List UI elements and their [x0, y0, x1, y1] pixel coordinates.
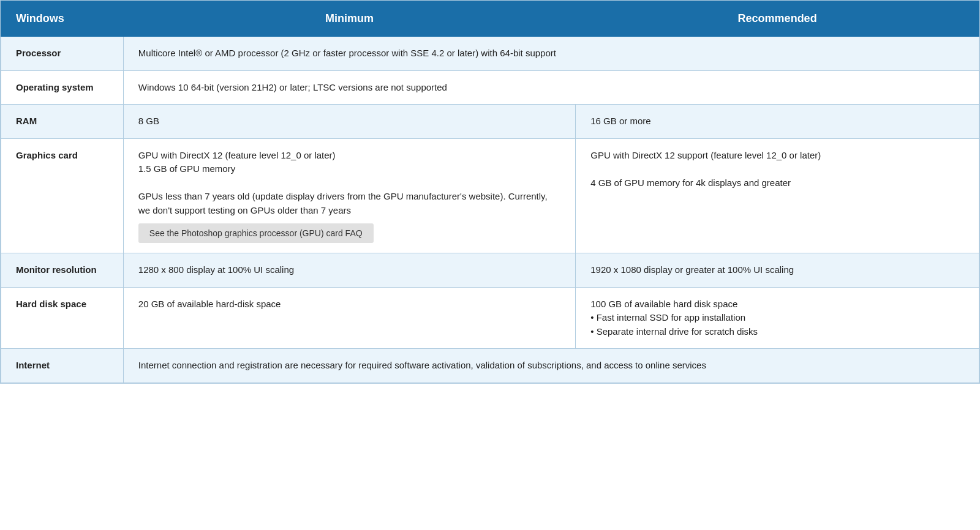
- cell-ram-recommended: 16 GB or more: [576, 105, 979, 139]
- cell-monitor-minimum: 1280 x 800 display at 100% UI scaling: [123, 253, 575, 288]
- cell-harddisk-recommended: 100 GB of available hard disk space Fast…: [576, 287, 979, 349]
- label-monitor: Monitor resolution: [1, 253, 124, 288]
- label-harddisk: Hard disk space: [1, 287, 124, 349]
- label-ram: RAM: [1, 105, 124, 139]
- header-recommended: Recommended: [576, 1, 979, 37]
- cell-graphics-minimum: GPU with DirectX 12 (feature level 12_0 …: [123, 138, 575, 253]
- label-processor: Processor: [1, 37, 124, 71]
- row-internet: Internet Internet connection and registr…: [1, 349, 979, 383]
- cell-os-minimum: Windows 10 64-bit (version 21H2) or late…: [123, 70, 979, 105]
- label-graphics: Graphics card: [1, 138, 124, 253]
- label-os: Operating system: [1, 70, 124, 105]
- gpu-faq-button[interactable]: See the Photoshop graphics processor (GP…: [138, 223, 374, 243]
- cell-monitor-recommended: 1920 x 1080 display or greater at 100% U…: [576, 253, 979, 288]
- cell-graphics-recommended: GPU with DirectX 12 support (feature lev…: [576, 138, 979, 253]
- row-graphics: Graphics card GPU with DirectX 12 (featu…: [1, 138, 979, 253]
- cell-processor-minimum: Multicore Intel® or AMD processor (2 GHz…: [123, 37, 979, 71]
- cell-harddisk-minimum: 20 GB of available hard-disk space: [123, 287, 575, 349]
- row-ram: RAM 8 GB 16 GB or more: [1, 105, 979, 139]
- label-internet: Internet: [1, 349, 124, 383]
- list-item: Separate internal drive for scratch disk…: [590, 325, 964, 339]
- harddisk-recommended-list: Fast internal SSD for app installation S…: [590, 311, 964, 338]
- list-item: Fast internal SSD for app installation: [590, 311, 964, 325]
- row-processor: Processor Multicore Intel® or AMD proces…: [1, 37, 979, 71]
- header-minimum: Minimum: [123, 1, 575, 37]
- header-windows: Windows: [1, 1, 124, 37]
- row-harddisk: Hard disk space 20 GB of available hard-…: [1, 287, 979, 349]
- cell-ram-minimum: 8 GB: [123, 105, 575, 139]
- row-os: Operating system Windows 10 64-bit (vers…: [1, 70, 979, 105]
- cell-internet-minimum: Internet connection and registration are…: [123, 349, 979, 383]
- row-monitor: Monitor resolution 1280 x 800 display at…: [1, 253, 979, 288]
